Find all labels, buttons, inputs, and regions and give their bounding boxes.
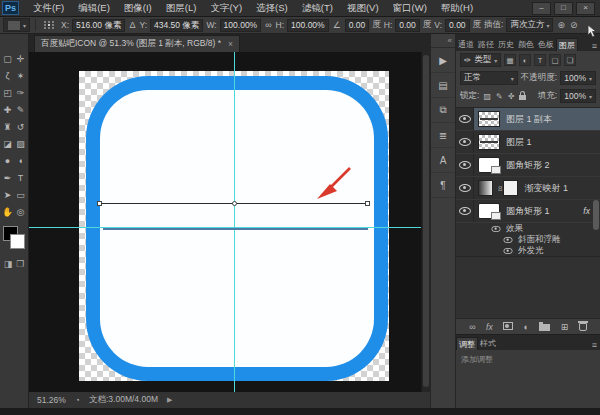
gradient-tool[interactable]: ▨: [14, 135, 27, 152]
close-button[interactable]: ×: [576, 2, 595, 15]
shape-layer-thumbnail[interactable]: [478, 157, 500, 173]
smart-object-filter-icon[interactable]: ❏: [564, 54, 576, 66]
eye-icon[interactable]: [492, 226, 501, 232]
fx-badge[interactable]: fx: [583, 206, 590, 216]
add-layer-style-button[interactable]: fx: [486, 322, 493, 332]
menu-type[interactable]: 文字(Y): [203, 2, 249, 15]
blur-tool[interactable]: ●: [1, 152, 14, 169]
visibility-toggle[interactable]: [456, 200, 474, 222]
layer-thumbnail[interactable]: [478, 111, 500, 127]
x-position-field[interactable]: 516.00 像素: [72, 19, 125, 32]
type-tool[interactable]: T: [14, 169, 27, 186]
menu-window[interactable]: 窗口(W): [386, 2, 434, 15]
zoom-level-field[interactable]: 51.26%: [37, 395, 66, 405]
move-tool[interactable]: ✛: [14, 50, 27, 67]
layer-row-layer1[interactable]: 图层 1: [456, 131, 600, 154]
layer-name[interactable]: 图层 1 副本: [506, 113, 552, 126]
actions-panel-icon[interactable]: ▶: [431, 48, 455, 73]
adjustment-layer-filter-icon[interactable]: ◐: [519, 54, 531, 66]
history-brush-tool[interactable]: ↺: [14, 118, 27, 135]
layer-comps-panel-icon[interactable]: ≣: [431, 123, 455, 148]
tab-swatches[interactable]: 色板: [536, 38, 556, 51]
visibility-toggle[interactable]: [456, 154, 474, 176]
eraser-tool[interactable]: ◪: [1, 135, 14, 152]
tool-preset-picker[interactable]: ▾: [3, 18, 30, 32]
add-layer-mask-button[interactable]: [503, 322, 513, 332]
menu-filter[interactable]: 滤镜(T): [295, 2, 340, 15]
link-layers-button[interactable]: ∞: [469, 322, 475, 332]
layers-scrollbar-thumb[interactable]: [593, 200, 599, 230]
menu-select[interactable]: 选择(S): [249, 2, 295, 15]
menu-edit[interactable]: 编辑(E): [71, 2, 117, 15]
eye-icon[interactable]: [504, 248, 513, 254]
screen-mode-button[interactable]: ❐: [16, 259, 24, 269]
lock-position-icon[interactable]: ✜: [507, 92, 516, 101]
rotation-field[interactable]: 0.00: [345, 19, 370, 32]
vertical-guide[interactable]: [234, 52, 235, 392]
v-skew-field[interactable]: 0.00: [445, 19, 470, 32]
expand-dock-button[interactable]: «: [431, 34, 455, 48]
cancel-transform-icon[interactable]: ⊘: [569, 20, 579, 30]
brush-panel-icon[interactable]: ▤: [431, 73, 455, 98]
tab-close-icon[interactable]: ×: [228, 39, 233, 49]
shape-tool[interactable]: ▭: [14, 186, 27, 203]
opacity-field[interactable]: 100% ▾: [560, 71, 596, 85]
effects-row[interactable]: 效果: [456, 223, 600, 234]
lock-all-icon[interactable]: [518, 91, 527, 102]
character-panel-icon[interactable]: A: [431, 148, 455, 173]
lock-transparent-icon[interactable]: ▨: [482, 92, 492, 101]
eyedropper-tool[interactable]: ✑: [14, 84, 27, 101]
clone-source-panel-icon[interactable]: ⧉: [431, 98, 455, 123]
layer-name[interactable]: 圆角矩形 1: [506, 205, 550, 218]
reference-point-locator[interactable]: [44, 21, 55, 29]
y-position-field[interactable]: 434.50 像素: [150, 19, 203, 32]
rectangular-marquee-tool[interactable]: ▢: [1, 50, 14, 67]
maximize-button[interactable]: □: [554, 2, 573, 15]
quick-mask-button[interactable]: ◨: [4, 259, 13, 269]
tab-color[interactable]: 颜色: [516, 38, 536, 51]
tab-layers[interactable]: 图层: [556, 38, 578, 51]
delete-layer-button[interactable]: [579, 321, 587, 333]
magic-wand-tool[interactable]: ✶: [14, 67, 27, 84]
status-options-arrow[interactable]: ▶: [167, 396, 172, 404]
relative-position-toggle-icon[interactable]: Δ: [128, 20, 136, 30]
transform-handle-left[interactable]: [97, 201, 102, 206]
blend-mode-select[interactable]: 正常 ▾: [460, 71, 518, 85]
scrollbar-thumb[interactable]: [423, 55, 429, 387]
paragraph-panel-icon[interactable]: ¶: [431, 173, 455, 198]
layer-thumbnail[interactable]: [478, 134, 500, 150]
h-skew-field[interactable]: 0.00: [395, 19, 420, 32]
layer-name[interactable]: 渐变映射 1: [524, 182, 568, 195]
new-layer-button[interactable]: ⊞: [561, 322, 569, 332]
height-scale-field[interactable]: 100.00%: [287, 19, 329, 32]
panel-menu-icon[interactable]: ≡: [592, 41, 600, 51]
menu-layer[interactable]: 图层(L): [159, 2, 204, 15]
layer-row-gradient-map[interactable]: 8 渐变映射 1: [456, 177, 600, 200]
menu-file[interactable]: 文件(F): [26, 2, 71, 15]
new-group-button[interactable]: [539, 321, 550, 333]
transform-handle-right[interactable]: [365, 201, 370, 206]
outer-glow-row[interactable]: 外发光: [456, 245, 600, 256]
path-selection-tool[interactable]: ➤: [1, 186, 14, 203]
lasso-tool[interactable]: ζ: [1, 67, 14, 84]
layer-row-rounded-rect-1[interactable]: 圆角矩形 1 fx ▾: [456, 200, 600, 223]
layer-row-rounded-rect-2[interactable]: 圆角矩形 2: [456, 154, 600, 177]
link-dimensions-icon[interactable]: ∞: [264, 20, 272, 30]
layer-name[interactable]: 圆角矩形 2: [506, 159, 550, 172]
adjustment-thumbnail[interactable]: [478, 180, 493, 196]
bevel-emboss-row[interactable]: 斜面和浮雕: [456, 234, 600, 245]
minimize-button[interactable]: –: [532, 2, 551, 15]
background-color-swatch[interactable]: [10, 234, 25, 249]
document-scrollbar[interactable]: [421, 52, 430, 392]
layer-row-layer1-copy[interactable]: 图层 1 副本: [456, 108, 600, 131]
shape-layer-thumbnail[interactable]: [478, 203, 500, 219]
pixel-layer-filter-icon[interactable]: ▦: [504, 54, 516, 66]
pen-tool[interactable]: ✒: [1, 169, 14, 186]
canvas-viewport[interactable]: [29, 52, 422, 392]
menu-image[interactable]: 图像(I): [117, 2, 159, 15]
transform-center-point[interactable]: [232, 201, 237, 206]
menu-help[interactable]: 帮助(H): [434, 2, 480, 15]
crop-tool[interactable]: ◰: [1, 84, 14, 101]
filter-kind-select[interactable]: ✑ 类型 ▾: [460, 53, 501, 67]
new-adjustment-layer-button[interactable]: ◐: [524, 322, 529, 332]
